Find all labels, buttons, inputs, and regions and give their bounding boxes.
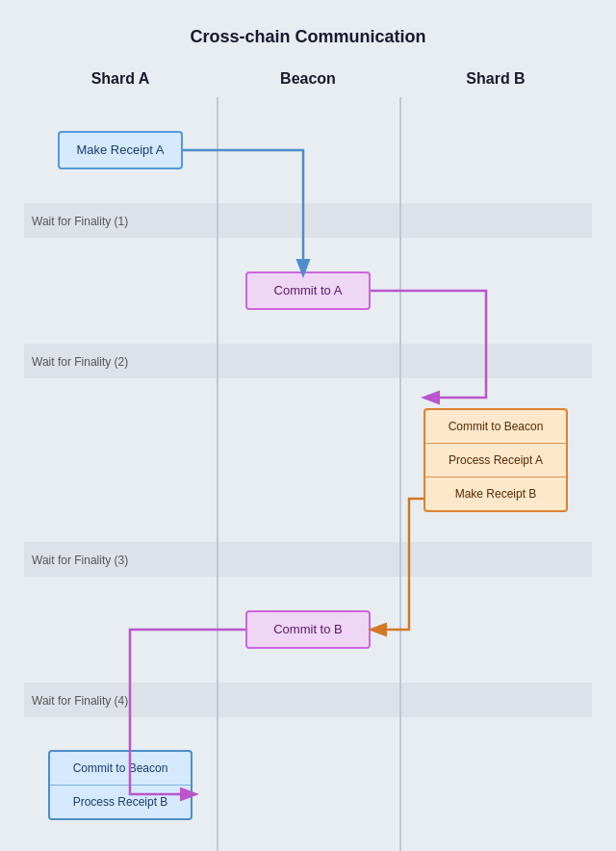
box-commit-to-a: Commit to A bbox=[245, 271, 371, 311]
cell-r1-sharda: Make Receipt A bbox=[24, 102, 217, 198]
box-process-receipt-b: Process Receipt B bbox=[50, 786, 191, 818]
cell-r1-shardb bbox=[399, 102, 592, 198]
header-shard-b: Shard B bbox=[399, 70, 592, 88]
cell-r5-sharda: Commit to Beacon Process Receipt B bbox=[24, 736, 217, 833]
wait-row-3: Wait for Finality (3) bbox=[24, 542, 592, 577]
cell-r2-sharda bbox=[24, 243, 217, 339]
box-group-sharda: Commit to Beacon Process Receipt B bbox=[48, 750, 192, 820]
cell-r4-sharda bbox=[24, 581, 217, 678]
wait-label-3: Wait for Finality (3) bbox=[24, 554, 128, 567]
row-1: Make Receipt A bbox=[24, 97, 592, 203]
cell-r3-sharda bbox=[24, 412, 217, 508]
cell-r5-beacon bbox=[217, 736, 399, 833]
wait-label-4: Wait for Finality (4) bbox=[24, 694, 128, 708]
box-commit-to-beacon: Commit to Beacon bbox=[425, 410, 566, 444]
cell-r5-shardb bbox=[399, 736, 592, 833]
row-3: Commit to Beacon Process Receipt A Make … bbox=[24, 378, 592, 542]
cell-r2-beacon: Commit to A bbox=[217, 243, 399, 339]
cell-r4-beacon: Commit to B bbox=[217, 581, 399, 678]
box-commit-to-beacon-a: Commit to Beacon bbox=[50, 752, 191, 786]
box-make-receipt-b: Make Receipt B bbox=[425, 477, 566, 510]
row-5: Commit to Beacon Process Receipt B bbox=[24, 717, 592, 851]
wait-label-1-cell: Wait for Finality (1) bbox=[24, 212, 217, 229]
header-shard-a: Shard A bbox=[24, 70, 217, 88]
vertical-line-2 bbox=[399, 97, 401, 851]
column-headers: Shard A Beacon Shard B bbox=[24, 70, 592, 88]
cell-r4-shardb bbox=[399, 581, 592, 678]
box-make-receipt-a: Make Receipt A bbox=[58, 131, 183, 170]
vertical-line-1 bbox=[217, 97, 218, 851]
wait-row-2: Wait for Finality (2) bbox=[24, 344, 592, 378]
row-4: Commit to B bbox=[24, 577, 592, 683]
wait-row-1: Wait for Finality (1) bbox=[24, 203, 592, 238]
grid-body: Make Receipt A Wait for Finality (1) Com… bbox=[24, 97, 592, 851]
diagram-container: Shard A Beacon Shard B Make Receipt A Wa… bbox=[24, 70, 592, 851]
cell-r2-shardb bbox=[399, 243, 592, 339]
header-beacon: Beacon bbox=[217, 70, 399, 88]
wait-label-2: Wait for Finality (2) bbox=[24, 355, 128, 369]
wait-label-1: Wait for Finality (1) bbox=[24, 215, 128, 228]
cell-r3-beacon bbox=[217, 412, 399, 508]
page-title: Cross-chain Communication bbox=[190, 27, 425, 47]
box-commit-to-b: Commit to B bbox=[245, 610, 371, 650]
cell-r1-beacon bbox=[217, 102, 399, 198]
wait-row-4: Wait for Finality (4) bbox=[24, 683, 592, 717]
cell-r3-shardb: Commit to Beacon Process Receipt A Make … bbox=[399, 408, 592, 512]
box-group-shardb: Commit to Beacon Process Receipt A Make … bbox=[424, 408, 568, 512]
box-process-receipt-a: Process Receipt A bbox=[425, 444, 566, 477]
row-2: Commit to A bbox=[24, 238, 592, 344]
